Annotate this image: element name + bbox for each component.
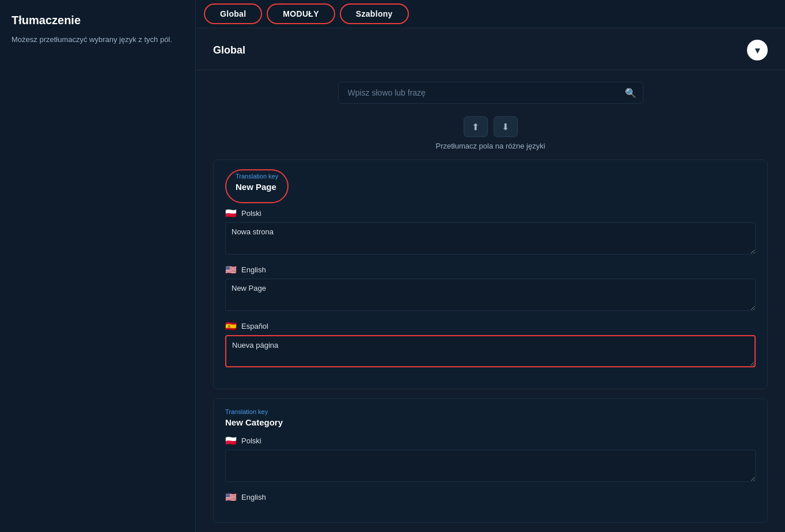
lang-label-en-1: 🇺🇸 English <box>225 264 756 275</box>
flag-pl-1: 🇵🇱 <box>225 208 237 219</box>
flag-en-2: 🇺🇸 <box>225 492 237 503</box>
lang-label-es-1: 🇪🇸 Español <box>225 321 756 332</box>
search-button[interactable]: 🔍 <box>625 88 636 98</box>
chevron-down-icon: ▾ <box>755 45 760 56</box>
lang-section-en-2: 🇺🇸 English <box>225 492 756 503</box>
lang-label-en-2: 🇺🇸 English <box>225 492 756 503</box>
section-header: Global ▾ <box>196 28 785 70</box>
translation-card-new-category: Translation key New Category 🇵🇱 Polski 🇺… <box>213 398 768 523</box>
card-key-value-2: New Category <box>225 417 756 427</box>
lang-section-pl-2: 🇵🇱 Polski <box>225 435 756 484</box>
lang-name-pl-2: Polski <box>241 436 261 445</box>
tab-szablony[interactable]: Szablony <box>340 3 409 24</box>
flag-en-1: 🇺🇸 <box>225 264 237 275</box>
lang-section-es-1: 🇪🇸 Español Nueva página <box>225 321 756 369</box>
lang-section-en-1: 🇺🇸 English New Page <box>225 264 756 313</box>
flag-es-1: 🇪🇸 <box>225 321 237 332</box>
lang-name-en-2: English <box>241 493 266 501</box>
main-content: Global MODUŁY Szablony Global ▾ 🔍 <box>196 0 785 532</box>
sidebar-title: Tłumaczenie <box>12 14 184 27</box>
card-key-value-1: New Page <box>236 182 278 192</box>
lang-textarea-es-1[interactable]: Nueva página <box>225 335 756 367</box>
sidebar-description: Możesz przetłumaczyć wybrany język z tyc… <box>12 34 184 45</box>
tab-moduly[interactable]: MODUŁY <box>267 3 335 24</box>
translate-label: Przetłumacz pola na różne języki <box>196 142 785 159</box>
lang-textarea-pl-1[interactable]: Nowa strona <box>225 222 756 254</box>
search-input[interactable] <box>338 82 643 104</box>
tab-bar: Global MODUŁY Szablony <box>196 0 785 28</box>
upload-cloud-button-2[interactable]: ⬇ <box>494 116 518 137</box>
lang-section-pl-1: 🇵🇱 Polski Nowa strona <box>225 208 756 256</box>
lang-name-pl-1: Polski <box>241 209 261 218</box>
card-key-label-1: Translation key <box>236 173 278 180</box>
lang-label-pl-1: 🇵🇱 Polski <box>225 208 756 219</box>
content-area: Global ▾ 🔍 ⬆ ⬇ Przetłumacz pola na <box>196 28 785 532</box>
lang-name-en-1: English <box>241 265 266 274</box>
search-icon: 🔍 <box>625 88 636 98</box>
download-cloud-icon: ⬇ <box>502 121 509 132</box>
translation-card-new-page: Translation key New Page 🇵🇱 Polski Nowa … <box>213 159 768 389</box>
section-title: Global <box>213 44 245 56</box>
upload-cloud-icon: ⬆ <box>472 121 479 132</box>
lang-label-pl-2: 🇵🇱 Polski <box>225 435 756 446</box>
flag-pl-2: 🇵🇱 <box>225 435 237 446</box>
upload-cloud-button-1[interactable]: ⬆ <box>464 116 488 137</box>
card-key-label-2: Translation key <box>225 408 756 415</box>
lang-textarea-en-1[interactable]: New Page <box>225 279 756 311</box>
search-wrapper: 🔍 <box>338 82 643 104</box>
dropdown-button[interactable]: ▾ <box>747 40 768 60</box>
upload-buttons-area: ⬆ ⬇ <box>196 109 785 142</box>
lang-textarea-pl-2[interactable] <box>225 450 756 482</box>
sidebar: Tłumaczenie Możesz przetłumaczyć wybrany… <box>0 0 196 532</box>
cards-area: Translation key New Page 🇵🇱 Polski Nowa … <box>196 159 785 532</box>
search-area: 🔍 <box>196 70 785 109</box>
tab-global[interactable]: Global <box>204 3 262 24</box>
lang-name-es-1: Español <box>241 322 268 330</box>
